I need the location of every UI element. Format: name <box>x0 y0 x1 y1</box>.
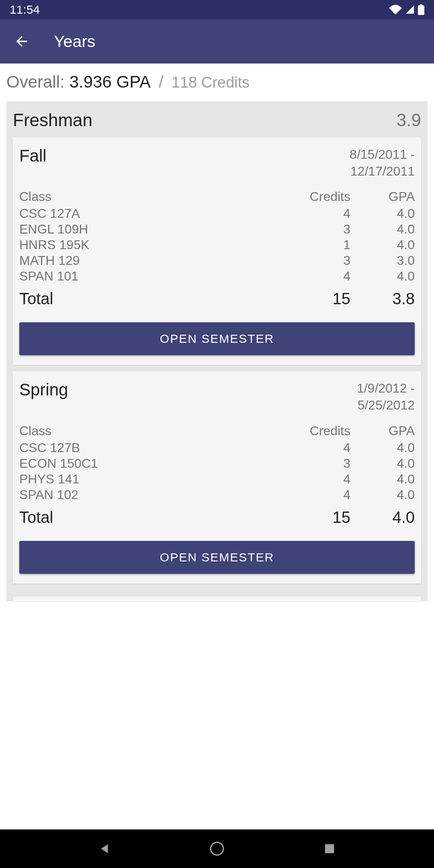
semester-header: Spring 1/9/2012 - 5/25/2012 <box>19 380 415 414</box>
content-area: Freshman 3.9 Fall 8/15/2011 - 12/17/2011… <box>0 100 434 829</box>
header-gpa: GPA <box>350 189 415 204</box>
wifi-icon <box>389 5 402 14</box>
year-header[interactable]: Freshman 3.9 <box>6 101 428 137</box>
table-row: ENGL 109H 3 4.0 <box>19 221 415 237</box>
total-label: Total <box>19 290 278 308</box>
total-credits: 15 <box>278 508 350 526</box>
table-total: Total 15 3.8 <box>19 290 415 308</box>
app-bar: Years <box>0 19 434 63</box>
back-button[interactable] <box>12 32 31 51</box>
table-header: Class Credits GPA <box>19 424 415 438</box>
cell-class: HNRS 195K <box>19 237 278 253</box>
table-row: CSC 127A 4 4.0 <box>19 206 415 221</box>
cell-class: CSC 127B <box>19 440 278 456</box>
table-header: Class Credits GPA <box>19 189 415 204</box>
triangle-back-icon <box>98 842 111 856</box>
cell-class: ENGL 109H <box>19 221 278 237</box>
total-gpa: 4.0 <box>350 508 415 526</box>
cell-gpa: 4.0 <box>350 206 415 221</box>
semester-header: Fall 8/15/2011 - 12/17/2011 <box>19 146 415 180</box>
table-row: HNRS 195K 1 4.0 <box>19 237 415 253</box>
cell-credits: 4 <box>278 471 350 487</box>
cell-gpa: 4.0 <box>350 237 415 253</box>
semester-card-fall: Fall 8/15/2011 - 12/17/2011 Class Credit… <box>13 137 421 365</box>
cell-credits: 4 <box>278 487 350 503</box>
overall-separator: / <box>159 72 164 92</box>
year-gpa: 3.9 <box>397 110 421 130</box>
header-gpa: GPA <box>350 424 415 438</box>
semester-name: Spring <box>19 380 68 399</box>
total-credits: 15 <box>278 290 350 308</box>
table-total: Total 15 4.0 <box>19 508 415 526</box>
total-label: Total <box>19 508 278 526</box>
table-row: SPAN 102 4 4.0 <box>19 487 415 503</box>
table-row: SPAN 101 4 4.0 <box>19 268 415 284</box>
cell-class: SPAN 101 <box>19 268 278 284</box>
overall-gpa: 3.936 GPA <box>70 72 151 92</box>
cell-class: MATH 129 <box>19 253 278 268</box>
overall-label: Overall: <box>6 72 65 92</box>
svg-point-0 <box>211 842 223 855</box>
cell-gpa: 4.0 <box>350 221 415 237</box>
navigation-bar <box>0 829 434 868</box>
cell-credits: 4 <box>278 206 350 221</box>
cell-class: SPAN 102 <box>19 487 278 503</box>
semester-date-end: 5/25/2012 <box>357 397 415 414</box>
cell-credits: 4 <box>278 268 350 284</box>
cell-gpa: 3.0 <box>350 253 415 268</box>
semester-card-spring: Spring 1/9/2012 - 5/25/2012 Class Credit… <box>13 371 421 583</box>
status-bar: 11:54 <box>0 0 434 19</box>
nav-home-button[interactable] <box>209 841 225 857</box>
arrow-back-icon <box>14 33 30 49</box>
nav-back-button[interactable] <box>96 841 113 857</box>
cell-credits: 3 <box>278 221 350 237</box>
next-card-peek <box>13 596 421 601</box>
cell-gpa: 4.0 <box>350 440 415 456</box>
cell-credits: 1 <box>278 237 350 253</box>
overall-summary: Overall: 3.936 GPA / 118 Credits <box>0 63 434 100</box>
table-row: ECON 150C1 3 4.0 <box>19 456 415 471</box>
semester-date-start: 1/9/2012 - <box>357 380 415 397</box>
open-semester-button[interactable]: OPEN SEMESTER <box>19 541 415 574</box>
semester-date-start: 8/15/2011 - <box>350 146 415 163</box>
table-row: MATH 129 3 3.0 <box>19 253 415 268</box>
spacer <box>6 590 428 596</box>
battery-icon <box>418 4 424 15</box>
cell-class: PHYS 141 <box>19 471 278 487</box>
total-gpa: 3.8 <box>350 290 415 308</box>
square-recent-icon <box>323 843 336 855</box>
cell-class: ECON 150C1 <box>19 456 278 471</box>
signal-icon <box>405 5 415 14</box>
overall-credits: 118 Credits <box>172 74 250 91</box>
app-title: Years <box>54 32 95 51</box>
header-class: Class <box>19 424 278 438</box>
header-credits: Credits <box>278 424 350 438</box>
cell-credits: 3 <box>278 456 350 471</box>
nav-recent-button[interactable] <box>321 841 338 857</box>
cell-gpa: 4.0 <box>350 471 415 487</box>
cell-credits: 3 <box>278 253 350 268</box>
svg-rect-1 <box>325 844 334 854</box>
circle-home-icon <box>209 841 225 856</box>
header-credits: Credits <box>278 189 350 204</box>
cell-credits: 4 <box>278 440 350 456</box>
class-table: Class Credits GPA CSC 127B 4 4.0 ECON 15… <box>19 424 415 526</box>
year-name: Freshman <box>13 110 92 130</box>
status-time: 11:54 <box>10 3 40 16</box>
status-icons <box>389 4 424 15</box>
cell-gpa: 4.0 <box>350 456 415 471</box>
semester-name: Fall <box>19 146 47 166</box>
header-class: Class <box>19 189 278 204</box>
table-row: CSC 127B 4 4.0 <box>19 440 415 456</box>
cell-gpa: 4.0 <box>350 268 415 284</box>
year-card: Freshman 3.9 Fall 8/15/2011 - 12/17/2011… <box>6 101 428 601</box>
semester-dates: 8/15/2011 - 12/17/2011 <box>350 146 415 180</box>
cell-gpa: 4.0 <box>350 487 415 503</box>
cell-class: CSC 127A <box>19 206 278 221</box>
open-semester-button[interactable]: OPEN SEMESTER <box>19 322 415 355</box>
semester-dates: 1/9/2012 - 5/25/2012 <box>357 380 415 414</box>
class-table: Class Credits GPA CSC 127A 4 4.0 ENGL 10… <box>19 189 415 308</box>
semester-date-end: 12/17/2011 <box>350 163 415 180</box>
table-row: PHYS 141 4 4.0 <box>19 471 415 487</box>
